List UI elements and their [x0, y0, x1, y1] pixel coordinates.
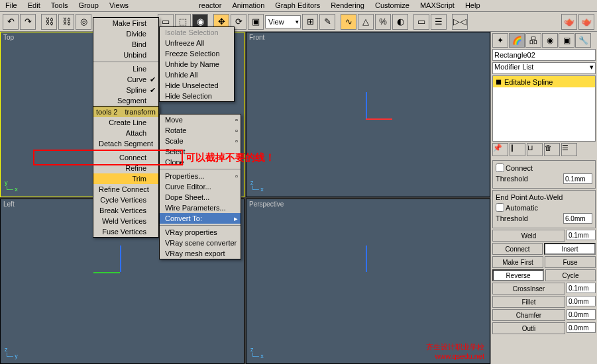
menu-help[interactable]: [486, 0, 496, 11]
crossinsert-spinner[interactable]: [567, 283, 596, 293]
menu-animation[interactable]: Graph Editors: [270, 0, 325, 11]
weld-button[interactable]: Weld: [492, 230, 565, 242]
mi-move[interactable]: Move▫: [160, 114, 241, 125]
mirror-button[interactable]: ▷◁: [452, 14, 468, 30]
render-button[interactable]: 🫖: [561, 14, 577, 30]
tab-display[interactable]: ▣: [559, 33, 574, 48]
mi-spline[interactable]: Spline✔: [93, 85, 158, 95]
remove-mod-button[interactable]: 🗑: [544, 143, 560, 156]
mi-trim[interactable]: Trim: [93, 173, 158, 184]
unlink-button[interactable]: ⛓: [58, 14, 74, 30]
mi-freezeselection[interactable]: Freeze Selection: [160, 48, 234, 59]
reverse-button[interactable]: Reverse: [492, 269, 544, 281]
mi-dopesheet[interactable]: Dope Sheet...: [160, 192, 241, 203]
mi-vrayprops[interactable]: VRay properties: [160, 227, 241, 238]
cycle-button[interactable]: Cycle: [545, 269, 596, 281]
stack-editable-spline[interactable]: ◼ Editable Spline: [493, 76, 595, 87]
mi-unhideall[interactable]: Unhide All: [160, 69, 234, 80]
chamfer-button[interactable]: Chamfer: [492, 309, 565, 321]
mi-rotate[interactable]: Rotate▫: [160, 125, 241, 136]
named-sel2-button[interactable]: ☰: [431, 14, 447, 30]
mi-makefirst[interactable]: Make First: [93, 18, 158, 28]
quickrender-button[interactable]: 🫖: [578, 14, 594, 30]
menu-views[interactable]: Views: [104, 0, 134, 11]
unique-button[interactable]: ⊔: [527, 143, 543, 156]
named-sel-button[interactable]: ▭: [413, 14, 429, 30]
center-button[interactable]: ⊞: [302, 14, 318, 30]
mi-wireparams[interactable]: Wire Parameters...: [160, 203, 241, 213]
pin-stack-button[interactable]: 📌: [492, 143, 508, 156]
show-end-button[interactable]: ∥: [510, 143, 525, 156]
mi-hideselection[interactable]: Hide Selection: [160, 91, 234, 101]
tab-motion[interactable]: ◉: [542, 33, 558, 48]
crossinsert-button[interactable]: CrossInser: [492, 283, 565, 295]
viewport-perspective[interactable]: Perspective z└─ x: [246, 199, 490, 364]
connect-button[interactable]: Connect: [492, 243, 543, 255]
bind-button[interactable]: ◎: [76, 14, 91, 30]
menu-reactor[interactable]: Animation: [227, 0, 270, 11]
percent-snap-button[interactable]: %: [375, 14, 391, 30]
mi-line[interactable]: Line: [93, 64, 158, 74]
fillet-spinner[interactable]: [567, 296, 596, 306]
mi-fusevertices[interactable]: Fuse Vertices: [93, 226, 158, 237]
mi-divide[interactable]: Divide: [93, 28, 158, 39]
mi-convertto[interactable]: Convert To:▸: [160, 213, 241, 224]
config-button[interactable]: ☰: [561, 143, 577, 156]
fuse-button[interactable]: Fuse: [545, 256, 596, 268]
autoweld-threshold-spinner[interactable]: [563, 213, 592, 224]
angle-snap-button[interactable]: △: [358, 14, 374, 30]
menu-maxscript[interactable]: Help: [460, 0, 486, 11]
menu-file[interactable]: File: [0, 0, 23, 11]
mi-scale[interactable]: Scale▫: [160, 136, 241, 146]
mi-bind[interactable]: Bind: [93, 39, 158, 50]
link-button[interactable]: ⛓: [41, 14, 57, 30]
mi-properties[interactable]: Properties...▫: [160, 171, 241, 181]
tab-create[interactable]: ✦: [492, 33, 508, 48]
menu-rendering[interactable]: Customize: [370, 0, 415, 11]
mi-vraymeshexport[interactable]: VRay mesh export: [160, 248, 241, 259]
makefirst-button[interactable]: Make First: [492, 256, 543, 268]
mi-breakvertices[interactable]: Break Vertices: [93, 205, 158, 216]
mi-vraysceneconv[interactable]: VRay scene converter: [160, 238, 241, 248]
tab-modify[interactable]: 🌈: [509, 33, 525, 48]
mi-refineconnect[interactable]: Refine Connect: [93, 184, 158, 195]
viewport-front[interactable]: Front z└─ x: [246, 32, 490, 197]
spinner-snap-button[interactable]: ◐: [392, 14, 408, 30]
modifier-stack[interactable]: ◼ Editable Spline: [492, 75, 596, 142]
menu-group[interactable]: Group: [73, 0, 104, 11]
mi-cyclevertices[interactable]: Cycle Vertices: [93, 195, 158, 205]
menu-tools[interactable]: Tools: [46, 0, 74, 11]
mi-unfreezeall[interactable]: Unfreeze All: [160, 38, 234, 48]
mi-hideunselected[interactable]: Hide Unselected: [160, 80, 234, 91]
outline-spinner[interactable]: [567, 322, 596, 333]
expand-icon[interactable]: ◼: [496, 77, 502, 86]
undo-button[interactable]: ↶: [3, 14, 19, 30]
mi-createline[interactable]: Create Line: [93, 117, 158, 128]
connect-checkbox[interactable]: [496, 163, 504, 172]
snap-button[interactable]: ∿: [341, 14, 356, 30]
fillet-button[interactable]: Fillet: [492, 296, 565, 308]
mi-segment[interactable]: Segment: [93, 95, 158, 106]
mi-unbind[interactable]: Unbind: [93, 50, 158, 60]
tab-hierarchy[interactable]: 品: [525, 33, 541, 48]
redo-button[interactable]: ↷: [20, 14, 36, 30]
menu-edit[interactable]: Edit: [23, 0, 46, 11]
mi-unhidebyname[interactable]: Unhide by Name: [160, 59, 234, 69]
scale-button[interactable]: ▣: [248, 14, 264, 30]
chamfer-spinner[interactable]: [567, 309, 596, 320]
automatic-checkbox[interactable]: [496, 203, 504, 212]
mi-curve[interactable]: Curve✔: [93, 74, 158, 85]
menu-grapheditors[interactable]: Rendering: [325, 0, 370, 11]
modifier-list-dropdown[interactable]: Modifier List: [492, 62, 596, 74]
mi-detachsegment[interactable]: Detach Segment: [93, 138, 158, 149]
mi-attach[interactable]: Attach: [93, 128, 158, 138]
mi-weldvertices[interactable]: Weld Vertices: [93, 216, 158, 226]
manip-button[interactable]: ✎: [319, 14, 335, 30]
refcoord-dropdown[interactable]: View: [265, 15, 301, 28]
outline-button[interactable]: Outli: [492, 322, 565, 334]
mi-curveeditor[interactable]: Curve Editor...: [160, 181, 241, 192]
connect-threshold-spinner[interactable]: [563, 173, 592, 184]
mi-isolate[interactable]: Isolate Selection: [160, 27, 234, 38]
object-name-field[interactable]: [492, 49, 596, 61]
tab-utilities[interactable]: 🔧: [575, 33, 591, 48]
